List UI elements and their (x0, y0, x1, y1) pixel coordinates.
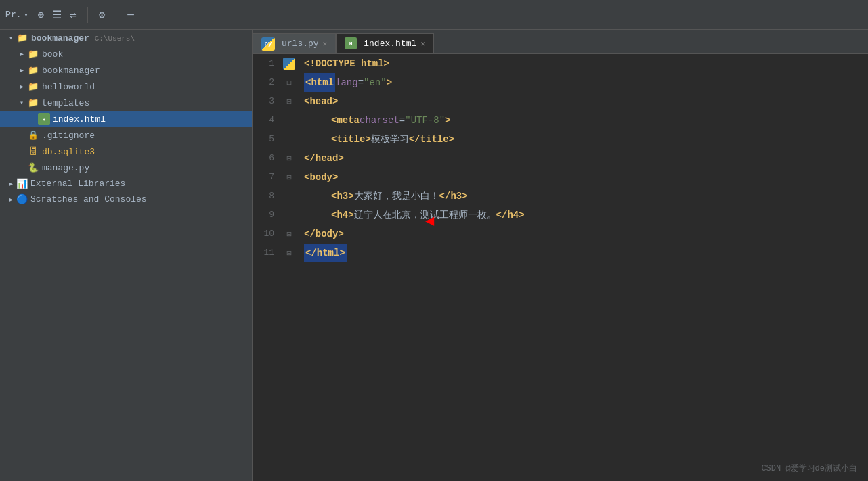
code-token: 大家好，我是小白！ (354, 187, 439, 206)
gutter-cell-2[interactable]: ⊟ (280, 73, 299, 92)
add-icon[interactable]: ⊕ (37, 8, 44, 22)
sidebar-item-label: templates (42, 98, 252, 108)
separator (87, 7, 88, 23)
sidebar-item-label: db.sqlite3 (42, 147, 252, 157)
code-line-7: <body> (299, 168, 868, 187)
sidebar: ▾ 📁 bookmanager C:\Users\ ▶ 📁 book ▶ 📁 b… (0, 30, 253, 481)
line-numbers: 1 2 3 4 5 6 7 8 9 10 11 (253, 54, 280, 481)
sidebar-item-index-html[interactable]: ▶ H index.html (0, 111, 252, 127)
code-token: </body> (304, 225, 344, 244)
fold-icon-2[interactable]: ⊟ (286, 78, 291, 88)
sidebar-item-bookmanager[interactable]: ▾ 📁 bookmanager C:\Users\ (0, 30, 252, 46)
code-token: 辽宁人在北京，测试工程师一枚。 (354, 206, 496, 225)
sidebar-item-label: External Libraries (30, 179, 252, 189)
sidebar-item-bookmanager-sub[interactable]: ▶ 📁 bookmanager (0, 62, 252, 78)
tab-close-icon[interactable]: ✕ (323, 39, 328, 48)
chevron-right-icon: ▶ (16, 81, 27, 92)
code-line-11: </html> (299, 244, 868, 262)
gutter: ⊟ ⊟ ⊟ ⊟ (280, 54, 299, 481)
settings-icon[interactable]: ⚙ (99, 8, 106, 22)
folder-icon: 📁 (27, 64, 39, 76)
code-token: "UTF-8" (405, 111, 445, 130)
gutter-cell-11[interactable]: ⊟ (280, 244, 299, 262)
python-gutter-icon (283, 58, 295, 70)
fold-icon-10[interactable]: ⊟ (286, 229, 291, 239)
tab-close-icon[interactable]: ✕ (420, 39, 425, 48)
line-num-4: 4 (253, 111, 274, 130)
python-tab-icon: py (261, 37, 275, 51)
folder-icon: 📁 (27, 48, 39, 60)
chevron-down-icon: ▾ (5, 32, 16, 43)
sidebar-item-label: manage.py (42, 163, 252, 173)
gutter-cell-10[interactable]: ⊟ (280, 225, 299, 244)
code-line-2: <html lang = "en" > (299, 73, 868, 92)
code-area[interactable]: <!DOCTYPE html> <html lang = "en" > <hea… (299, 54, 868, 481)
scratch-icon: 🔵 (16, 193, 28, 205)
git-file-icon: 🔒 (27, 129, 39, 141)
project-label[interactable]: Pr. ▾ (5, 9, 28, 20)
fold-icon-3[interactable]: ⊟ (286, 97, 291, 107)
line-num-11: 11 (253, 244, 274, 262)
code-line-10: </body> (299, 225, 868, 244)
code-token: </html> (304, 244, 347, 262)
tab-bar: py urls.py ✕ H index.html ✕ (253, 30, 868, 54)
editor-content[interactable]: ◀ 1 2 3 4 5 6 7 8 9 10 11 (253, 54, 868, 481)
project-dropdown-icon[interactable]: ▾ (24, 11, 28, 19)
code-token: <h3> (331, 187, 354, 206)
code-token: > (387, 73, 392, 92)
code-token: </h3> (439, 187, 468, 206)
fold-icon-6[interactable]: ⊟ (286, 154, 291, 164)
gutter-cell-5 (280, 130, 299, 149)
code-token: </head> (304, 149, 344, 168)
watermark: CSDN @爱学习de测试小白 (761, 463, 857, 474)
sidebar-item-label: index.html (53, 114, 252, 124)
code-token: </title> (409, 130, 454, 149)
external-lib-icon: 📊 (16, 178, 28, 189)
sidebar-item-templates[interactable]: ▾ 📁 templates (0, 95, 252, 111)
html-tab-icon: H (345, 37, 357, 49)
sidebar-item-external-libraries[interactable]: ▶ 📊 External Libraries (0, 176, 252, 191)
folder-icon: 📁 (16, 32, 28, 44)
fold-icon-11[interactable]: ⊟ (286, 248, 291, 258)
line-num-7: 7 (253, 168, 274, 187)
code-token: lang (335, 73, 358, 92)
fold-icon-7[interactable]: ⊟ (286, 173, 291, 183)
gutter-cell-7[interactable]: ⊟ (280, 168, 299, 187)
code-line-4: <meta charset = "UTF-8" > (299, 111, 868, 130)
gutter-cell-8 (280, 187, 299, 206)
code-line-3: <head> (299, 92, 868, 111)
separator2 (116, 7, 116, 23)
sidebar-item-scratches[interactable]: ▶ 🔵 Scratches and Consoles (0, 191, 252, 207)
chevron-right-icon: ▶ (16, 65, 27, 76)
code-token: <html (304, 73, 335, 92)
gutter-cell-3[interactable]: ⊟ (280, 92, 299, 111)
sidebar-item-label: .gitignore (42, 131, 252, 141)
main-layout: ▾ 📁 bookmanager C:\Users\ ▶ 📁 book ▶ 📁 b… (0, 30, 868, 481)
tab-urls-py[interactable]: py urls.py ✕ (253, 33, 336, 53)
sidebar-item-gitignore[interactable]: ▶ 🔒 .gitignore (0, 127, 252, 143)
tab-index-html[interactable]: H index.html ✕ (336, 33, 434, 53)
sidebar-item-book[interactable]: ▶ 📁 book (0, 46, 252, 62)
toolbar-icons: ⊕ ☰ ⇌ ⚙ — (37, 7, 134, 23)
sidebar-item-db-sqlite3[interactable]: ▶ 🗄 db.sqlite3 (0, 143, 252, 160)
sidebar-item-label: Scratches and Consoles (30, 194, 252, 204)
code-token: </h4> (496, 206, 525, 225)
layout-icon[interactable]: ⇌ (70, 8, 77, 22)
code-line-9: <h4> 辽宁人在北京，测试工程师一枚。 </h4> (299, 206, 868, 225)
code-line-5: <title> 模板学习 </title> (299, 130, 868, 149)
gutter-cell-6[interactable]: ⊟ (280, 149, 299, 168)
sidebar-item-manage-py[interactable]: ▶ 🐍 manage.py (0, 160, 252, 176)
line-num-5: 5 (253, 130, 274, 149)
line-num-10: 10 (253, 225, 274, 244)
line-num-3: 3 (253, 92, 274, 111)
code-token: = (399, 111, 405, 130)
list-icon[interactable]: ☰ (52, 8, 62, 22)
code-token: <body> (304, 168, 338, 187)
sqlite-file-icon: 🗄 (27, 145, 39, 158)
code-token: <title> (331, 130, 371, 149)
line-num-8: 8 (253, 187, 274, 206)
line-num-9: 9 (253, 206, 274, 225)
gutter-cell-1 (280, 54, 299, 73)
sidebar-item-helloworld[interactable]: ▶ 📁 helloworld (0, 78, 252, 95)
minimize-icon[interactable]: — (127, 9, 134, 21)
